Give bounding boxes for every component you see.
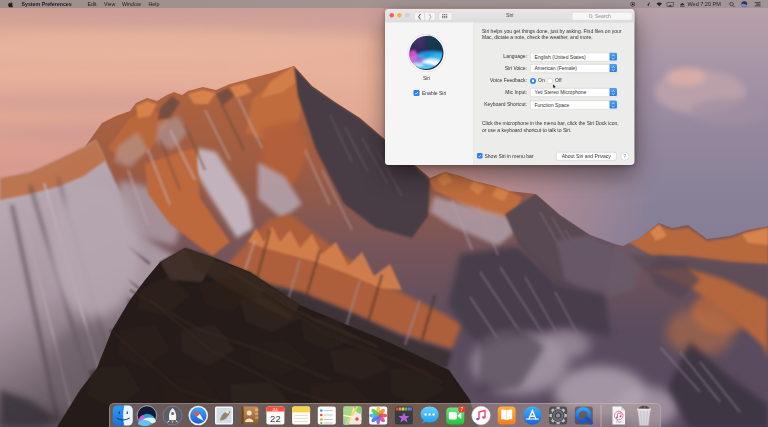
svg-text:7: 7 [460,407,463,412]
svg-text:iTun: iTun [616,420,622,424]
svg-text:22: 22 [270,413,281,424]
svg-text:JUL: JUL [272,408,278,412]
